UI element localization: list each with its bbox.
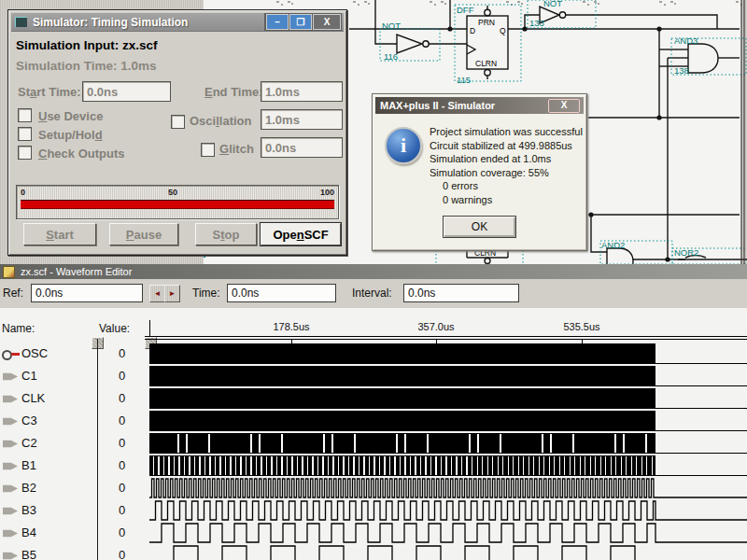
waveform-titlebar[interactable]: zx.scf - Waveform Editor: [0, 264, 747, 279]
waveform-bar: [149, 366, 655, 386]
dialog-close-button[interactable]: X: [548, 99, 580, 113]
glitch-checkbox[interactable]: [201, 143, 215, 157]
signal-name[interactable]: C1: [21, 369, 37, 383]
simulator-checkbox-group: Use DeviceSetup/HoldCheck Outputs: [18, 107, 124, 163]
open-scf-button[interactable]: Open SCF: [261, 223, 341, 245]
signal-name[interactable]: B2: [21, 481, 36, 495]
signal-value: 0: [97, 436, 147, 450]
close-button[interactable]: X: [313, 14, 341, 30]
signal-waveform[interactable]: [149, 388, 747, 409]
signal-waveform[interactable]: [149, 545, 747, 560]
clrn-bubble-2: [485, 259, 490, 264]
signal-row[interactable]: B20: [0, 477, 747, 499]
waveform-flat-tail: [655, 343, 747, 364]
signal-value: 0: [97, 548, 147, 560]
schematic-label: 115: [457, 75, 471, 85]
signal-rows: OSC0C10CLK0C30C20B10B20B30B40B50: [0, 343, 747, 560]
signal-name[interactable]: OSC: [21, 346, 48, 360]
desktop: { "sim": { "title": "Simulator: Timing S…: [0, 0, 747, 560]
signal-row[interactable]: CLK0: [0, 387, 747, 410]
simulator-app-icon: [15, 17, 27, 27]
checkbox-row: Check Outputs: [18, 145, 124, 163]
schematic-label: CLRN: [475, 59, 497, 68]
signal-name[interactable]: B4: [21, 525, 36, 539]
input-pin-icon: [3, 440, 18, 448]
signal-waveform[interactable]: [149, 478, 747, 498]
signal-waveform[interactable]: [149, 500, 747, 521]
signal-waveform[interactable]: [149, 366, 747, 386]
dialog-titlebar[interactable]: MAX+plus II - Simulator X: [375, 97, 584, 114]
signal-row[interactable]: C10: [0, 365, 747, 387]
ref-label: Ref:: [3, 287, 23, 300]
signal-name[interactable]: B1: [21, 458, 36, 472]
oscillation-checkbox[interactable]: [171, 115, 185, 129]
name-column-header: Name:: [2, 322, 35, 335]
input-pin-icon: [3, 417, 18, 426]
setup-hold-checkbox[interactable]: [18, 127, 32, 141]
signal-row[interactable]: C30: [0, 410, 747, 432]
signal-waveform[interactable]: [149, 411, 747, 431]
signal-waveform[interactable]: [149, 343, 747, 364]
simulator-window-title: Simulator: Timing Simulation: [33, 16, 188, 29]
signal-value: 0: [97, 503, 147, 517]
progress-tick-label: 100: [320, 188, 334, 197]
end-time-field[interactable]: [261, 81, 343, 102]
signal-value: 0: [97, 346, 147, 360]
dialog-message: Project simulation was successfulCircuit…: [430, 125, 583, 206]
signal-row[interactable]: OSC0: [0, 343, 747, 365]
pause-button[interactable]: Pause: [109, 223, 178, 245]
ref-right-arrow-button[interactable]: ►: [164, 285, 180, 302]
maximize-button[interactable]: ❐: [289, 14, 312, 30]
input-pin-icon: [3, 462, 18, 470]
oscillation-field[interactable]: [261, 109, 343, 130]
schematic-label: AND3: [674, 35, 698, 46]
checkbox-row: Use Device: [18, 107, 124, 126]
signal-value: 0: [97, 525, 147, 539]
signal-name[interactable]: C2: [21, 436, 37, 450]
signal-name[interactable]: B5: [21, 548, 36, 560]
signal-name[interactable]: C3: [21, 413, 37, 427]
checkbox-row: Setup/Hold: [18, 126, 124, 145]
oscillator-pin-icon: [2, 349, 21, 358]
start-time-label: Start Time:: [18, 85, 81, 99]
signal-waveform[interactable]: [149, 433, 747, 454]
interval-field[interactable]: [403, 284, 519, 302]
simulator-message-dialog: MAX+plus II - Simulator X i Project simu…: [372, 93, 587, 251]
signal-row[interactable]: C20: [0, 432, 747, 455]
and3-gate-138: [688, 44, 718, 73]
signal-row[interactable]: B10: [0, 455, 747, 477]
signal-waveform[interactable]: [149, 523, 747, 543]
minimize-button[interactable]: –: [266, 14, 289, 30]
ref-field[interactable]: [31, 284, 143, 302]
signal-row[interactable]: B50: [0, 544, 747, 560]
waveform-flat-tail: [655, 366, 747, 386]
ok-button[interactable]: OK: [443, 216, 516, 238]
time-cursor[interactable]: [149, 320, 150, 337]
stop-button[interactable]: Stop: [195, 223, 257, 245]
glitch-field[interactable]: [261, 137, 343, 158]
schematic-label: D: [470, 26, 475, 35]
signal-name[interactable]: B3: [21, 503, 36, 517]
signal-name[interactable]: CLK: [21, 391, 45, 405]
time-field[interactable]: [227, 284, 336, 302]
signal-value: 0: [97, 391, 147, 405]
signal-row[interactable]: B40: [0, 522, 747, 544]
schematic-label: AND2: [601, 240, 625, 250]
signal-waveform[interactable]: [149, 455, 747, 476]
signal-value: 0: [97, 413, 147, 427]
waveform-bar: [149, 433, 655, 454]
schematic-window-border: [741, 0, 744, 264]
start-button[interactable]: Start: [23, 223, 96, 245]
schematic-label: NOT: [382, 21, 401, 31]
progress-tick-label: 50: [168, 188, 177, 197]
ref-left-arrow-button[interactable]: ◄: [149, 285, 165, 302]
waveform-editor-window: zx.scf - Waveform Editor Ref: ◄ ► Time: …: [0, 264, 747, 560]
end-time-label: End Time:: [204, 85, 263, 99]
waveform-toolbar: Ref: ◄ ► Time: Interval:: [0, 279, 747, 309]
signal-row[interactable]: B30: [0, 499, 747, 522]
simulator-titlebar[interactable]: Simulator: Timing Simulation – ❐ X: [11, 13, 344, 32]
input-pin-icon: [3, 552, 18, 560]
start-time-field[interactable]: [82, 81, 171, 102]
use-device-checkbox[interactable]: [18, 108, 32, 122]
check-outputs-checkbox[interactable]: [18, 146, 32, 160]
